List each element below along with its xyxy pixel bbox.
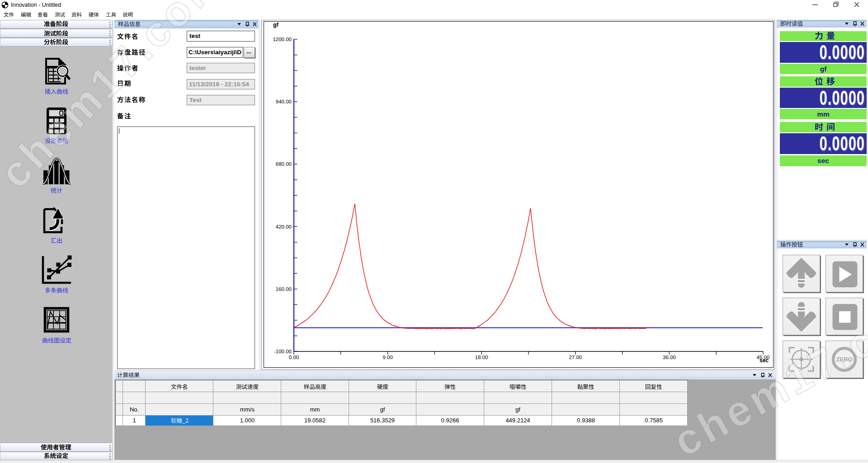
svg-text:ZERO: ZERO (836, 356, 852, 363)
